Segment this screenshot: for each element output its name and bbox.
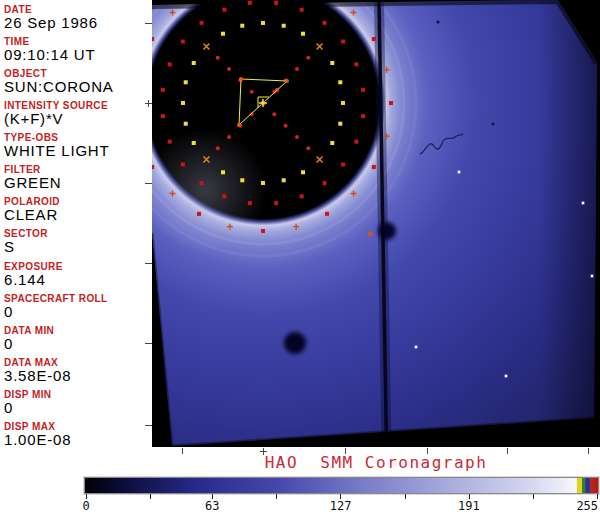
image-tick-left	[145, 183, 152, 184]
sidebar-field-intensity-source: INTENSITY SOURCE(K+F)*V	[4, 100, 108, 126]
ring-dot	[200, 21, 204, 25]
diagonal-dot	[216, 146, 220, 150]
white-speck	[458, 171, 460, 173]
colorbar-tick-label: 63	[205, 499, 219, 512]
sidebar-field-type-obs: TYPE-OBSWHITE LIGHT	[4, 132, 109, 158]
sidebar-field-spacecraft-roll: SPACECRAFT ROLL0	[4, 293, 108, 319]
sidebar-field-filter: FILTERGREEN	[4, 164, 61, 190]
image-tick-bottom	[345, 448, 346, 454]
field-value-disp-max: 1.00E-08	[4, 432, 71, 447]
ring-dot	[161, 88, 165, 92]
ring-dot	[372, 165, 376, 169]
ring-dot	[192, 61, 196, 65]
field-value-data-min: 0	[4, 336, 54, 351]
ring-dot	[184, 122, 188, 126]
white-speck	[591, 275, 593, 277]
sidebar-field-disp-max: DISP MAX1.00E-08	[4, 421, 71, 447]
colorbar-minor-tick	[276, 494, 277, 499]
ring-dot	[168, 140, 172, 144]
ring-dot	[361, 114, 365, 118]
footer-title: HAO SMM Coronagraph	[152, 453, 600, 472]
sidebar-field-exposure: EXPOSURE6.144	[4, 261, 63, 287]
field-value-data-max: 3.58E-08	[4, 368, 71, 383]
sidebar-field-sector: SECTORS	[4, 228, 48, 254]
colorbar-tick-label: 0	[82, 499, 89, 512]
ring-dot	[354, 62, 358, 66]
metadata-sidebar: DATE26 Sep 1986TIME09:10:14 UTOBJECTSUN:…	[0, 0, 152, 447]
field-value-disp-min: 0	[4, 400, 51, 415]
white-speck	[582, 202, 584, 204]
image-tick-bottom	[588, 448, 589, 454]
diagonal-dot	[272, 112, 276, 116]
field-value-exposure: 6.144	[4, 272, 63, 287]
ring-dot	[325, 212, 329, 216]
diagonal-dot	[284, 124, 288, 128]
ring-dot	[341, 40, 345, 44]
colorbar-minor-tick	[150, 494, 151, 499]
triangle-vertex-dot	[285, 79, 289, 83]
field-value-time: 09:10:14 UT	[4, 47, 95, 62]
ring-dot	[152, 37, 154, 41]
ring-dot	[322, 21, 326, 25]
ring-dot	[184, 80, 188, 84]
ring-dot	[361, 88, 365, 92]
triangle-vertex-dot	[275, 88, 279, 92]
ring-dot	[181, 40, 185, 44]
field-value-filter: GREEN	[4, 175, 61, 190]
ring-dot	[282, 24, 286, 28]
ring-dot	[261, 21, 265, 25]
diagonal-dot	[250, 90, 254, 94]
white-speck	[505, 375, 507, 377]
ring-dot	[341, 101, 345, 105]
sun-center-tick-x-v	[263, 448, 264, 455]
ring-dot	[222, 8, 226, 12]
ring-dot	[330, 141, 334, 145]
colorbar-tick-label: 255	[576, 499, 598, 512]
ring-dot	[240, 178, 244, 182]
sidebar-field-data-min: DATA MIN0	[4, 325, 54, 351]
image-tick-left	[145, 425, 152, 426]
ring-dot	[341, 162, 345, 166]
ring-dot	[338, 80, 342, 84]
colorbar-gradient	[84, 477, 599, 494]
ring-dot	[261, 181, 265, 185]
ring-dot	[282, 178, 286, 182]
field-label-exposure: EXPOSURE	[4, 261, 63, 272]
field-value-object: SUN:CORONA	[4, 79, 114, 94]
diagonal-dot	[227, 135, 231, 139]
field-value-intensity-source: (K+F)*V	[4, 111, 108, 126]
sidebar-field-object: OBJECTSUN:CORONA	[4, 68, 114, 94]
triangle-vertex-dot	[237, 123, 241, 127]
coronagraph-image[interactable]	[152, 0, 600, 447]
ring-dot	[301, 170, 305, 174]
colorbar-tick-label: 191	[458, 499, 480, 512]
ring-dot	[300, 194, 304, 198]
ring-dot	[330, 61, 334, 65]
diagonal-dot	[216, 56, 220, 60]
ring-dot	[161, 114, 165, 118]
field-value-type-obs: WHITE LIGHT	[4, 143, 109, 158]
ring-dot	[372, 37, 376, 41]
ring-dot	[181, 101, 185, 105]
ring-dot	[322, 181, 326, 185]
ring-dot	[221, 170, 225, 174]
ring-dot	[181, 162, 185, 166]
ring-dot	[261, 229, 265, 233]
diagonal-dot	[306, 56, 310, 60]
ring-dot	[389, 101, 393, 105]
image-tick-bottom	[182, 448, 183, 454]
colorbar-minor-tick	[533, 494, 534, 499]
ring-dot	[274, 1, 278, 5]
ring-dot	[248, 201, 252, 205]
ring-dot	[354, 140, 358, 144]
sidebar-field-disp-min: DISP MIN0	[4, 389, 51, 415]
ring-dot	[192, 141, 196, 145]
ring-dot	[240, 24, 244, 28]
right-edge-vignette	[540, 0, 600, 447]
white-speck	[415, 346, 417, 348]
image-tick-left	[145, 263, 152, 264]
sidebar-field-polaroid: POLAROIDCLEAR	[4, 196, 60, 222]
sun-center-tick-y-v	[148, 100, 149, 107]
image-area[interactable]	[152, 0, 600, 447]
field-label-spacecraft-roll: SPACECRAFT ROLL	[4, 293, 108, 304]
